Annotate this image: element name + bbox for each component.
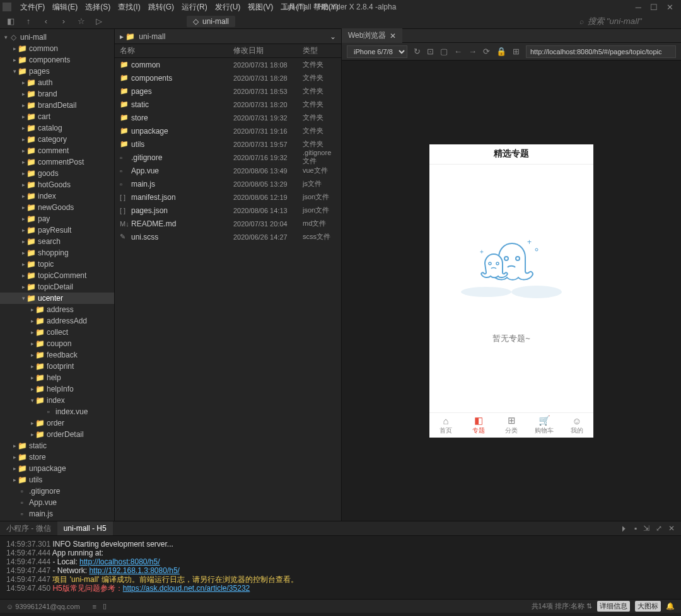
tree-item[interactable]: ▸📁category [0,134,114,145]
tree-item[interactable]: ▸📁shopping [0,247,114,259]
tree-item[interactable]: ▸📁search [0,236,114,247]
console-output[interactable]: 14:59:37.301 INFO Starting development s… [0,536,681,599]
tree-item[interactable]: ▸📁newGoods [0,202,114,213]
tree-item[interactable]: ▸📁orderDetail [0,429,114,440]
tree-item[interactable]: ▸📁utils [0,474,114,485]
tree-item[interactable]: ▸📁brand [0,88,114,100]
tree-item[interactable]: ▫main.js [0,508,114,520]
browser-tab[interactable]: Web浏览器 ✕ [342,28,402,43]
grid-icon[interactable]: ⊞ [513,47,520,56]
tree-item[interactable]: ▸📁static [0,440,114,451]
tree-item[interactable]: ▸📁order [0,417,114,429]
file-row[interactable]: ▫.gitignore2020/07/16 19:32.gitignore文件 [115,151,341,164]
tree-item[interactable]: ▸📁payResult [0,224,114,236]
project-tree[interactable]: ▾◇ uni-mall ▸📁common▸📁components▾📁pages▸… [0,29,115,521]
tree-root[interactable]: ▾◇ uni-mall [0,32,114,43]
user-email[interactable]: 939961241@qq.com [15,603,79,610]
tree-item[interactable]: ▸📁topicComment [0,270,114,281]
menu-item[interactable]: 编辑(E) [49,1,81,13]
tree-item[interactable]: ▸📁topic [0,259,114,270]
file-row[interactable]: 📁common2020/07/31 18:08文件夹 [115,58,341,71]
tree-item[interactable]: ▸📁addressAdd [0,315,114,327]
file-row[interactable]: 📁components2020/07/31 18:28文件夹 [115,71,341,84]
file-row[interactable]: 📁static2020/07/31 18:20文件夹 [115,98,341,111]
menu-item[interactable]: 选择(S) [81,1,114,13]
terminal-icon[interactable]: ▯ [103,602,107,610]
tree-item[interactable]: ▸📁coupon [0,338,114,349]
rotate-icon[interactable]: ↻ [414,47,421,56]
tree-item[interactable]: ▸📁helpInfo [0,383,114,395]
list-icon[interactable]: ≡ [93,603,96,610]
console-trash-icon[interactable]: ▪ [634,524,637,533]
tree-item[interactable]: ▾📁ucenter [0,293,114,304]
tree-item[interactable]: ▸📁auth [0,77,114,88]
reload-icon[interactable]: ⟳ [483,47,490,56]
tree-item[interactable]: ▸📁help [0,372,114,383]
run-icon[interactable]: ▷ [93,16,105,26]
bell-icon[interactable]: 🔔 [666,602,675,610]
url-input[interactable] [526,45,676,58]
tree-item[interactable]: ▫index.vue [0,406,114,417]
tree-item[interactable]: ▸📁components [0,54,114,66]
console-max-icon[interactable]: ⤢ [656,524,662,533]
menu-item[interactable]: 视图(V) [244,1,277,13]
tree-item[interactable]: ▸📁common [0,43,114,54]
search-box[interactable]: ⌕ [579,16,676,26]
col-date-header[interactable]: 修改日期 [233,45,303,56]
file-row[interactable]: M↓README.md2020/07/31 20:04md文件 [115,217,341,230]
tabbar-item[interactable]: ⊞分类 [495,413,528,438]
file-row[interactable]: 📁unpackage2020/07/31 19:16文件夹 [115,124,341,137]
screenshot-icon[interactable]: ▢ [440,47,448,56]
tab-close-icon[interactable]: ✕ [390,32,396,40]
icon-view-button[interactable]: 大图标 [635,601,661,612]
console-expand-icon[interactable]: ⇲ [643,524,649,533]
console-stop-icon[interactable]: ⏵ [620,524,628,533]
lock-icon[interactable]: 🔒 [496,47,506,56]
detail-view-button[interactable]: 详细信息 [597,601,630,612]
tree-item[interactable]: ▸📁commentPost [0,156,114,168]
device-select[interactable]: iPhone 6/7/8 [347,45,407,58]
file-list[interactable]: 📁common2020/07/31 18:08文件夹📁components202… [115,58,341,521]
file-row[interactable]: ✎uni.scss2020/06/26 14:27scss文件 [115,230,341,243]
tree-item[interactable]: ▫.gitignore [0,485,114,497]
tree-item[interactable]: ▸📁collect [0,327,114,338]
minimize-icon[interactable]: ─ [636,3,641,12]
tabbar-item[interactable]: ☺我的 [561,413,593,438]
file-row[interactable]: ▫App.vue2020/08/06 13:49vue文件 [115,164,341,177]
tree-item[interactable]: ▾📁index [0,395,114,406]
menu-item[interactable]: 发行(U) [211,1,245,13]
tree-item[interactable]: ▸📁pay [0,213,114,224]
console-close-icon[interactable]: ✕ [668,524,675,533]
tabbar-item[interactable]: ⌂首页 [429,413,462,438]
path-bar[interactable]: ▸ 📁 uni-mall ⌄ [115,29,341,44]
tree-item[interactable]: ▸📁store [0,451,114,463]
tree-item[interactable]: ▸📁brandDetail [0,100,114,111]
file-row[interactable]: ▫main.js2020/08/05 13:29js文件 [115,177,341,190]
chevron-down-icon[interactable]: ⌄ [330,32,336,41]
col-type-header[interactable]: 类型 [303,45,336,56]
tree-item[interactable]: ▸📁hotGoods [0,179,114,190]
file-row[interactable]: 📁pages2020/07/31 18:53文件夹 [115,84,341,98]
close-icon[interactable]: ✕ [666,3,673,12]
file-row[interactable]: [ ]pages.json2020/08/06 14:13json文件 [115,204,341,217]
tabbar-item[interactable]: 🛒购物车 [528,413,561,438]
nav-up-icon[interactable]: ↑ [23,16,34,26]
tree-item[interactable]: ▸📁comment [0,145,114,156]
tree-item[interactable]: ▸📁address [0,304,114,315]
file-row[interactable]: 📁store2020/07/31 19:32文件夹 [115,111,341,124]
inspect-icon[interactable]: ⊡ [427,47,434,56]
console-tab-wechat[interactable]: 小程序 - 微信 [0,521,57,537]
favorite-icon[interactable]: ☆ [76,16,87,26]
col-name-header[interactable]: 名称 [120,45,233,56]
tree-item[interactable]: ▸📁footprint [0,361,114,372]
menu-item[interactable]: 文件(F) [16,1,49,13]
tree-item[interactable]: ▸📁catalog [0,122,114,134]
file-row[interactable]: [ ]manifest.json2020/08/06 12:19json文件 [115,190,341,204]
tree-item[interactable]: ▸📁goods [0,168,114,179]
tree-item[interactable]: ▫App.vue [0,497,114,508]
editor-tab[interactable]: ◇ uni-mall [187,16,235,27]
tree-item[interactable]: ▸📁cart [0,111,114,122]
tree-item[interactable]: ▸📁index [0,190,114,202]
nav-forward-icon[interactable]: › [58,16,69,26]
back-icon[interactable]: ← [454,47,462,56]
